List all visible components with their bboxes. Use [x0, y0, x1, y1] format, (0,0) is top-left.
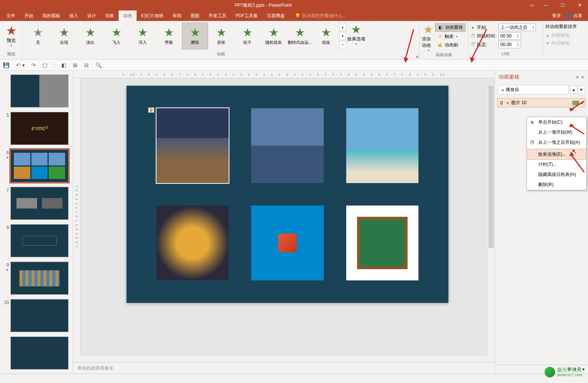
anim-entry[interactable]: 0 ★ 图片 10 ▼	[497, 98, 586, 107]
tab-developer[interactable]: 开发工具	[204, 10, 231, 21]
anim-star-icon: ★	[190, 27, 200, 38]
tab-animations[interactable]: 动画	[119, 10, 137, 21]
tab-transitions[interactable]: 切换	[101, 10, 119, 21]
move-earlier-button[interactable]: ▲ 向前移动	[545, 32, 586, 39]
slide-image-2[interactable]	[251, 108, 323, 183]
anim-gallery-item[interactable]: ★形状	[208, 22, 234, 49]
save-icon[interactable]: 💾	[3, 62, 9, 68]
thumbnail-slide-10[interactable]	[10, 299, 68, 332]
horizontal-scrollbar[interactable]	[73, 356, 494, 362]
anim-gallery-item[interactable]: ★翻转式由远...	[287, 22, 313, 49]
ribbon-display-options-icon[interactable]: ▭	[526, 0, 537, 10]
anim-pane-close-icon[interactable]: ✕	[581, 75, 584, 80]
dialog-launcher-icon[interactable]: ◢	[415, 54, 418, 58]
anim-order-tag[interactable]: 0	[148, 107, 154, 113]
tab-review[interactable]: 审阅	[168, 10, 186, 21]
anim-gallery-item[interactable]: ★缩放	[313, 22, 339, 49]
trigger-button[interactable]: ⚡ 触发 ▾	[435, 33, 466, 40]
close-icon[interactable]: ✕	[571, 0, 588, 10]
add-animation-button[interactable]: ★ 添加动画 ▾	[422, 22, 435, 52]
context-menu-item[interactable]: 删除(R)	[527, 180, 586, 190]
menu-item-icon: ⏱	[529, 140, 535, 145]
qat-btn-8[interactable]: 🔍	[95, 62, 102, 68]
thumbnail-slide-5[interactable]: ε=mc²	[10, 112, 68, 145]
anim-gallery-item[interactable]: ★淡出	[77, 22, 103, 49]
move-up-button[interactable]: ▲	[570, 86, 578, 94]
notes-pane[interactable]: 单击此处添加备注	[73, 362, 494, 374]
anim-pane-options-icon[interactable]: ▾	[576, 75, 579, 80]
animation-painter-button[interactable]: ✍ 动画刷	[435, 41, 466, 49]
anim-name: 出现	[60, 40, 68, 45]
start-dropdown[interactable]: 上一动画之后 ▾	[499, 24, 536, 31]
animation-pane-button[interactable]: ◧ 动画窗格	[435, 23, 466, 32]
move-later-button[interactable]: ▼ 向后移动	[545, 40, 586, 47]
tab-pdf[interactable]: PDF工具集	[231, 10, 262, 21]
anim-gallery-item[interactable]: ★出现	[51, 22, 77, 49]
thumbnail-slide-11[interactable]	[10, 337, 68, 370]
slide-image-3[interactable]	[346, 108, 418, 183]
anim-gallery-item[interactable]: ★浮入	[130, 22, 156, 49]
anim-gallery-item[interactable]: ★无	[25, 22, 51, 49]
move-down-button[interactable]: ▼	[578, 86, 585, 94]
slide-canvas[interactable]: 0	[127, 86, 448, 303]
thumbnail-slide-9[interactable]	[10, 262, 68, 295]
effect-options-button[interactable]: ★效果选项▾	[346, 22, 366, 49]
slide-image-4[interactable]	[156, 206, 229, 280]
thumbnail-slide-7[interactable]	[10, 187, 68, 220]
context-menu-item[interactable]: ⏱从上一项之后开始(A)	[527, 137, 586, 148]
slide-image-1[interactable]: 0	[156, 108, 229, 183]
anim-gallery-item[interactable]: ★随机线条	[261, 22, 287, 49]
tab-view[interactable]: 视图	[186, 10, 204, 21]
preview-button[interactable]: ★ 预览 ▾	[2, 22, 20, 47]
context-menu-item[interactable]: 从上一项开始(W)	[527, 127, 586, 137]
thumbnail-slide-8[interactable]	[10, 224, 68, 257]
timeline-zoom-right-icon[interactable]: ▸	[583, 367, 585, 372]
tab-file[interactable]: 文件	[2, 10, 20, 21]
start-slideshow-icon[interactable]: ▢	[43, 62, 48, 68]
tab-insert[interactable]: 插入	[65, 10, 83, 21]
context-menu-item[interactable]: 🖱单击开始(C)	[527, 117, 586, 127]
slide-image-5[interactable]	[251, 206, 323, 280]
gallery-down-icon[interactable]: ▾	[339, 32, 346, 40]
delay-spinner[interactable]: 00.00 ▲▼	[499, 41, 521, 48]
qat-btn-6[interactable]: ⊞	[73, 62, 77, 68]
anim-name: 随机线条	[265, 40, 282, 45]
play-from-button[interactable]: ▸ 播放自	[498, 85, 569, 94]
tab-templates[interactable]: 我的模板	[38, 10, 65, 21]
tell-me-search[interactable]: 💡 告诉我您想要做什么...	[295, 13, 346, 19]
maximize-icon[interactable]: ☐	[554, 0, 571, 10]
slide-image-6[interactable]	[346, 206, 418, 280]
minimize-icon[interactable]: ―	[537, 0, 554, 10]
anim-entry-dropdown-icon[interactable]: ▼	[581, 101, 584, 105]
anim-entry-index: 0	[499, 100, 504, 106]
gallery-up-icon[interactable]: ▴	[339, 23, 346, 31]
status-bar	[0, 374, 588, 383]
qat-btn-5[interactable]: ◧	[61, 62, 66, 68]
anim-star-icon: ★	[59, 27, 69, 38]
context-menu-item[interactable]: 效果选项(E)...	[527, 149, 587, 160]
tab-home[interactable]: 开始	[20, 10, 38, 21]
context-menu-item[interactable]: 隐藏高级日程表(H)	[527, 170, 586, 180]
thumbnail-slide-6[interactable]	[10, 149, 68, 182]
anim-gallery-item[interactable]: ★轮子	[234, 22, 261, 49]
context-menu-item[interactable]: 计时(T)...	[527, 159, 586, 170]
tab-slideshow[interactable]: 幻灯片放映	[137, 10, 168, 21]
vertical-scrollbar[interactable]	[488, 86, 494, 356]
share-button[interactable]: 👤 共享	[567, 13, 582, 19]
tab-baidu[interactable]: 百度网盘	[262, 10, 289, 21]
redo-icon[interactable]: ↷	[31, 62, 36, 68]
anim-gallery-item[interactable]: ★飞入	[103, 22, 130, 49]
animation-gallery[interactable]: ★无★出现★淡出★飞入★浮入★劈裂★擦除★形状★轮子★随机线条★翻转式由远...…	[25, 22, 417, 49]
tab-design[interactable]: 设计	[83, 10, 101, 21]
thumbnail-slide[interactable]	[10, 75, 68, 107]
gallery-more-icon[interactable]: ▿	[339, 41, 346, 49]
group-label-timing: 计时	[470, 51, 540, 58]
anim-gallery-item[interactable]: ★擦除	[182, 22, 208, 49]
qat-btn-7[interactable]: ⊟	[84, 62, 89, 68]
slide-thumbnails-panel[interactable]: 5ε=mc² 6 ★ 7 8 9 ★ 10	[0, 71, 73, 374]
undo-icon[interactable]: ↶ ▾	[16, 62, 25, 68]
move-earlier-label: 向前移动	[551, 32, 569, 39]
anim-gallery-item[interactable]: ★劈裂	[156, 22, 182, 49]
login-link[interactable]: 登录	[552, 13, 561, 19]
duration-spinner[interactable]: 00.50 ▲▼	[499, 32, 521, 40]
